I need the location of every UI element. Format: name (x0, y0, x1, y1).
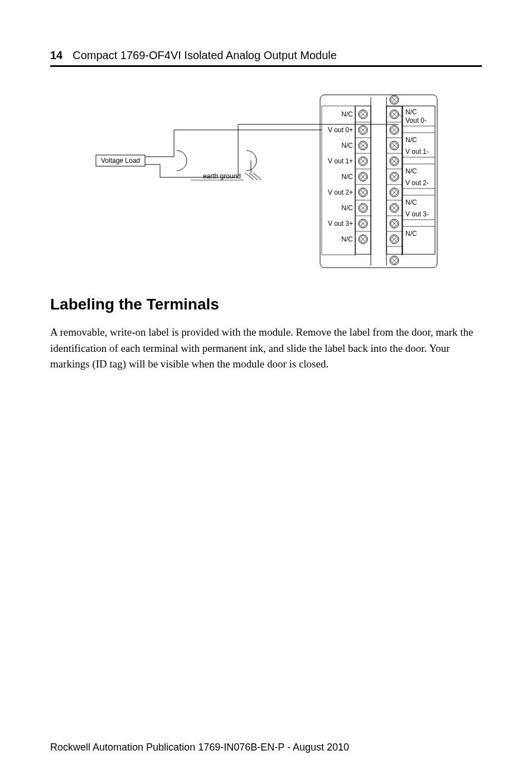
svg-line-45 (249, 173, 258, 180)
left-terminal-labels: N/C V out 0+ N/C V out 1+ N/C V out 2+ N… (328, 110, 353, 243)
page-header: 14 Compact 1769-OF4VI Isolated Analog Ou… (50, 49, 482, 67)
label-right-1: Vout 0- (405, 117, 427, 124)
page-number: 14 (50, 49, 62, 62)
label-left-0: N/C (341, 110, 353, 118)
wiring-diagram: N/C V out 0+ N/C V out 1+ N/C V out 2+ N… (76, 89, 456, 273)
svg-line-44 (245, 173, 254, 180)
label-left-3: V out 1+ (328, 157, 353, 165)
label-left-1: V out 0+ (328, 126, 353, 134)
label-right-0: N/C (405, 108, 417, 116)
right-terminal-labels: N/C Vout 0- N/C V out 1- N/C V out 2- N/… (405, 108, 429, 238)
section-heading: Labeling the Terminals (50, 296, 482, 313)
svg-line-46 (253, 173, 262, 180)
label-right-5: V out 2- (405, 179, 429, 187)
page-footer: Rockwell Automation Publication 1769-IN0… (50, 742, 349, 753)
label-right-6: N/C (405, 199, 417, 206)
label-left-5: V out 2+ (328, 188, 353, 196)
earth-ground-label: earth ground (203, 172, 241, 180)
label-left-7: V out 3+ (328, 220, 353, 228)
right-terminal-col (390, 95, 399, 265)
label-right-7: V out 3- (405, 210, 429, 218)
label-right-3: V out 1- (405, 148, 429, 156)
label-left-6: N/C (341, 204, 353, 212)
document-title: Compact 1769-OF4VI Isolated Analog Outpu… (72, 49, 337, 62)
label-left-8: N/C (341, 235, 353, 243)
label-right-2: N/C (405, 136, 417, 144)
section-paragraph: A removable, write-on label is provided … (50, 325, 482, 372)
label-left-4: N/C (341, 173, 353, 181)
label-left-2: N/C (341, 142, 353, 149)
label-right-4: N/C (405, 167, 417, 175)
wiring-diagram-container: N/C V out 0+ N/C V out 1+ N/C V out 2+ N… (50, 89, 482, 273)
label-right-8: N/C (405, 230, 417, 238)
left-terminal-col (359, 110, 367, 244)
voltage-load-label: Voltage Load (101, 157, 140, 164)
